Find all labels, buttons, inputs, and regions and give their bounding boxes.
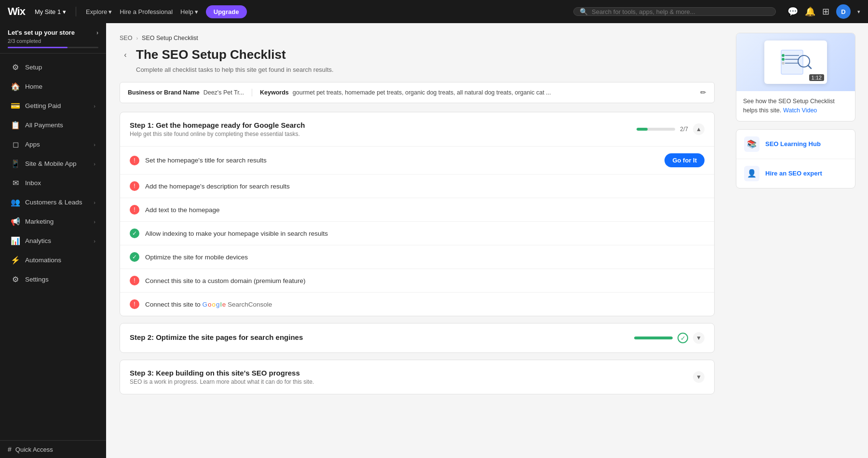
back-button[interactable]: ‹ [120, 49, 131, 61]
video-duration: 1:12 [809, 74, 824, 81]
go-for-it-button[interactable]: Go for It [665, 153, 705, 167]
search-console-label: SearchConsole [228, 301, 272, 308]
global-search[interactable]: 🔍 [573, 7, 776, 16]
sidebar-item-customers-leads[interactable]: 👥 Customers & Leads › [3, 193, 103, 212]
explore-label: Explore [86, 8, 107, 15]
chat-icon[interactable]: 💬 [787, 6, 798, 17]
sidebar-label-customers-leads: Customers & Leads [25, 199, 89, 206]
video-card: 1:12 See how the SEO Setup Checklist hel… [736, 33, 855, 121]
site-chevron-icon: ▾ [63, 8, 66, 15]
step1-item-mobile: ✓ Optimize the site for mobile devices [120, 245, 714, 269]
analytics-icon: 📊 [11, 236, 20, 245]
keywords-value: gourmet pet treats, homemade pet treats,… [293, 89, 551, 96]
step3-toggle[interactable]: ▼ [693, 371, 705, 383]
explore-menu[interactable]: Explore ▾ [86, 8, 112, 15]
step1-header[interactable]: Step 1: Get the homepage ready for Googl… [120, 112, 714, 146]
store-setup-progress-fill [8, 47, 68, 48]
step2-header-left: Step 2: Optimize the site pages for sear… [130, 333, 303, 343]
step3-header[interactable]: Step 3: Keep building on this site's SEO… [120, 360, 714, 394]
sidebar-label-all-payments: All Payments [25, 121, 95, 129]
store-setup-progress-bar [8, 47, 98, 48]
step1-item-search-console-error-icon: ! [130, 299, 139, 309]
sidebar-label-getting-paid: Getting Paid [25, 102, 89, 109]
home-icon: 🏠 [11, 82, 20, 91]
sidebar-item-automations[interactable]: ⚡ Automations [3, 251, 103, 269]
step1-item-domain-text: Connect this site to a custom domain (pr… [145, 277, 705, 284]
sidebar-label-marketing: Marketing [25, 218, 89, 225]
avatar-initials: D [841, 8, 845, 15]
sidebar-item-home[interactable]: 🏠 Home [3, 77, 103, 96]
content-area: SEO › SEO Setup Checklist ‹ The SEO Setu… [106, 23, 728, 458]
sidebar-item-setup[interactable]: ⚙ Setup [3, 58, 103, 77]
hire-label: Hire a Professional [120, 8, 173, 15]
sidebar-item-inbox[interactable]: ✉ Inbox [3, 174, 103, 192]
sidebar-label-analytics: Analytics [25, 237, 89, 244]
hire-professional-link[interactable]: Hire a Professional [120, 8, 173, 15]
step1-header-right: 2/7 ▲ [637, 123, 705, 135]
apps-icon: ◻ [11, 140, 20, 149]
sidebar-nav: ⚙ Setup 🏠 Home 💳 Getting Paid › 📋 All Pa… [0, 54, 106, 440]
sidebar-item-analytics[interactable]: 📊 Analytics › [3, 231, 103, 250]
customers-leads-chevron-icon: › [94, 200, 95, 205]
edit-info-icon[interactable]: ✏ [700, 88, 706, 97]
main-content: SEO › SEO Setup Checklist ‹ The SEO Setu… [106, 23, 868, 458]
site-selector[interactable]: My Site 1 ▾ [35, 8, 66, 15]
search-icon: 🔍 [580, 8, 588, 15]
search-input[interactable] [592, 8, 770, 15]
step3-subtitle: SEO is a work in progress. Learn more ab… [130, 378, 314, 385]
upgrade-button[interactable]: Upgrade [206, 5, 247, 18]
resource-card: 📚 SEO Learning Hub 👤 Hire an SEO expert [736, 129, 855, 189]
sidebar-label-home: Home [25, 83, 95, 90]
video-thumb-inner: 1:12 [764, 40, 827, 84]
user-avatar[interactable]: D [836, 4, 851, 19]
step1-item-search-console-text: Connect this site to Google SearchConsol… [145, 301, 705, 308]
step1-item-title-error-icon: ! [130, 156, 139, 165]
avatar-chevron-icon[interactable]: ▾ [857, 9, 860, 15]
help-menu[interactable]: Help ▾ [180, 8, 198, 15]
step2-header[interactable]: Step 2: Optimize the site pages for sear… [120, 323, 714, 352]
bell-icon[interactable]: 🔔 [805, 6, 815, 17]
grid-icon[interactable]: ⊞ [822, 6, 829, 17]
sidebar-label-settings: Settings [25, 276, 95, 283]
sidebar-label-site-mobile: Site & Mobile App [25, 160, 89, 167]
sidebar-item-settings[interactable]: ⚙ Settings [3, 270, 103, 289]
settings-icon: ⚙ [11, 275, 20, 284]
sidebar-item-all-payments[interactable]: 📋 All Payments [3, 116, 103, 135]
svg-line-8 [808, 66, 811, 68]
step2-title: Step 2: Optimize the site pages for sear… [130, 333, 303, 341]
automations-icon: ⚡ [11, 256, 20, 265]
google-logo: Google [203, 301, 226, 308]
sidebar-item-site-mobile[interactable]: 📱 Site & Mobile App › [3, 154, 103, 173]
brand-label: Business or Brand Name [128, 89, 200, 96]
watch-video-link[interactable]: Watch Video [783, 107, 817, 114]
step2-toggle[interactable]: ▼ [693, 332, 705, 344]
seo-learning-hub-item[interactable]: 📚 SEO Learning Hub [736, 130, 855, 159]
sidebar-item-getting-paid[interactable]: 💳 Getting Paid › [3, 96, 103, 115]
sidebar-item-apps[interactable]: ◻ Apps › [3, 135, 103, 154]
breadcrumb: SEO › SEO Setup Checklist [120, 35, 715, 41]
step1-progress-text: 2/7 [680, 126, 688, 133]
svg-rect-0 [781, 50, 803, 74]
store-setup-title[interactable]: Let's set up your store › [8, 29, 98, 36]
breadcrumb-seo[interactable]: SEO [120, 35, 132, 41]
step1-items: ! Set the homepage's title for search re… [120, 146, 714, 316]
quick-access-button[interactable]: # Quick Access [8, 445, 98, 453]
seo-hub-label: SEO Learning Hub [765, 140, 821, 148]
step1-toggle[interactable]: ▲ [693, 123, 705, 135]
explore-chevron-icon: ▾ [108, 8, 112, 15]
store-setup-chevron-icon: › [96, 29, 98, 36]
step1-progress-fill [637, 128, 647, 131]
sidebar-item-marketing[interactable]: 📢 Marketing › [3, 212, 103, 231]
step3-card: Step 3: Keep building on this site's SEO… [120, 360, 715, 394]
step3-header-right: ▼ [693, 371, 705, 383]
site-name: My Site 1 [35, 8, 61, 15]
step1-card: Step 1: Get the homepage ready for Googl… [120, 112, 715, 316]
step1-item-search-console: ! Connect this site to Google SearchCons… [120, 293, 714, 316]
hire-seo-expert-item[interactable]: 👤 Hire an SEO expert [736, 159, 855, 188]
customers-leads-icon: 👥 [11, 198, 20, 207]
all-payments-icon: 📋 [11, 121, 20, 130]
marketing-chevron-icon: › [94, 219, 95, 225]
breadcrumb-current: SEO Setup Checklist [142, 35, 198, 41]
step2-progress-bar [634, 337, 673, 339]
site-mobile-chevron-icon: › [94, 161, 95, 167]
